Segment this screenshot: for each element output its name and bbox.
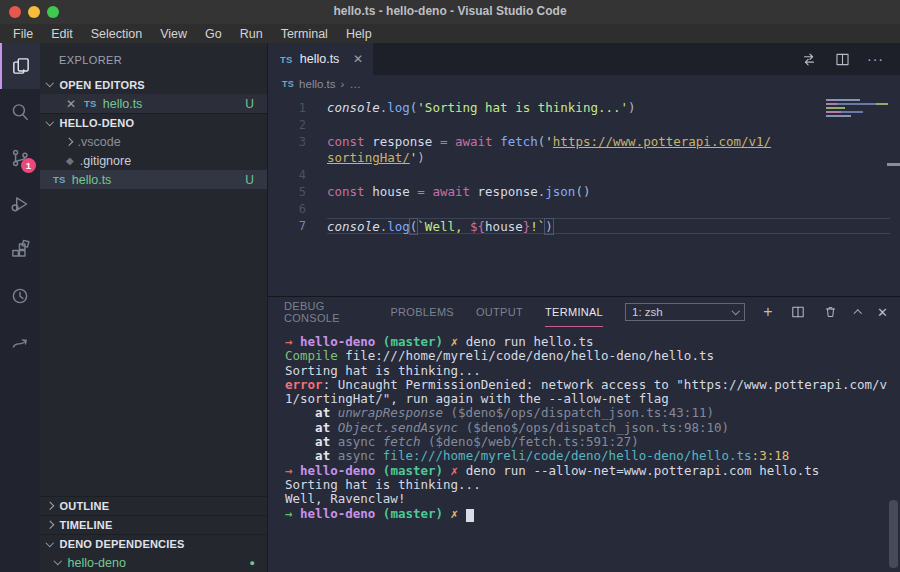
git-untracked-badge: U xyxy=(245,173,267,187)
terminal-shell-select[interactable]: 1: zsh xyxy=(625,303,745,321)
menu-item-edit[interactable]: Edit xyxy=(42,27,82,41)
open-changes-icon[interactable] xyxy=(800,50,818,68)
close-panel-icon[interactable]: ✕ xyxy=(877,305,888,320)
breadcrumb-file[interactable]: hello.ts xyxy=(299,78,335,90)
menu-item-terminal[interactable]: Terminal xyxy=(272,27,337,41)
panel-tab-output[interactable]: OUTPUT xyxy=(476,297,523,327)
kill-terminal-trash-icon[interactable] xyxy=(823,304,838,320)
section-outline[interactable]: OUTLINE xyxy=(40,496,267,515)
panel-tabs: DEBUG CONSOLEPROBLEMSOUTPUTTERMINAL xyxy=(284,297,625,327)
chevron-right-icon xyxy=(46,502,54,510)
search-icon xyxy=(9,101,31,123)
menu-item-help[interactable]: Help xyxy=(337,27,381,41)
code-line: 2 xyxy=(268,117,900,134)
breadcrumb-separator: › xyxy=(341,78,345,90)
bottom-panel: DEBUG CONSOLEPROBLEMSOUTPUTTERMINAL 1: z… xyxy=(268,296,900,572)
panel-tab-terminal[interactable]: TERMINAL xyxy=(545,297,603,327)
close-tab-icon[interactable]: ✕ xyxy=(351,52,365,66)
code-line: 1console.log('Sorting hat is thinking...… xyxy=(268,100,900,117)
terminal-line: → hello-deno (master) ✗ deno run hello.t… xyxy=(285,335,900,349)
activity-bar: 1 xyxy=(0,43,40,572)
menubar: FileEditSelectionViewGoRunTerminalHelp xyxy=(0,24,900,43)
files-icon xyxy=(10,55,32,77)
line-number: 4 xyxy=(268,167,327,184)
tab-hello-ts[interactable]: TS hello.ts ✕ xyxy=(268,43,373,75)
chevron-right-icon xyxy=(65,138,73,146)
panel-tab-debug-console[interactable]: DEBUG CONSOLE xyxy=(284,297,368,327)
activity-extensions[interactable] xyxy=(0,227,40,273)
window-title: hello.ts - hello-deno - Visual Studio Co… xyxy=(0,4,900,18)
terminal-line: at async fetch ($deno$/web/fetch.ts:591:… xyxy=(285,435,900,449)
terminal-scrollbar[interactable] xyxy=(889,500,898,568)
section-timeline[interactable]: TIMELINE xyxy=(40,515,267,534)
chevron-down-icon xyxy=(732,307,740,315)
git-untracked-badge: U xyxy=(245,97,267,111)
line-number: 3 xyxy=(268,134,327,151)
minimap-line xyxy=(826,103,888,105)
more-actions-icon[interactable]: ··· xyxy=(867,51,884,67)
new-terminal-icon[interactable]: + xyxy=(763,304,772,320)
code-line: 6 xyxy=(268,201,900,218)
explorer-sidebar: EXPLORER OPEN EDITORS ✕ TS hello.ts U HE… xyxy=(40,43,268,572)
tree-item-vscode[interactable]: .vscode xyxy=(40,132,267,151)
code-editor[interactable]: 1console.log('Sorting hat is thinking...… xyxy=(268,93,900,296)
chevron-right-icon xyxy=(46,521,54,529)
breadcrumb-symbol[interactable]: … xyxy=(349,78,361,90)
terminal-line: error: Uncaught PermissionDenied: networ… xyxy=(285,378,900,392)
minimap-line xyxy=(826,107,888,109)
close-icon[interactable]: ✕ xyxy=(64,97,78,111)
sidebar-title: EXPLORER xyxy=(40,43,267,75)
scm-badge: 1 xyxy=(21,158,36,173)
section-workspace[interactable]: HELLO-DENO xyxy=(40,113,267,132)
activity-search[interactable] xyxy=(0,89,40,135)
section-open-editors[interactable]: OPEN EDITORS xyxy=(40,75,267,94)
deno-dependency-item[interactable]: hello-deno ● xyxy=(40,553,267,572)
activity-run-debug[interactable] xyxy=(0,181,40,227)
line-number xyxy=(268,150,327,167)
open-editor-item-hello-ts[interactable]: ✕ TS hello.ts U xyxy=(40,94,267,113)
split-terminal-icon[interactable] xyxy=(790,304,806,320)
extensions-icon xyxy=(9,239,31,261)
line-number: 7 xyxy=(268,218,327,235)
panel-tab-problems[interactable]: PROBLEMS xyxy=(390,297,454,327)
minimap[interactable] xyxy=(826,99,888,119)
split-editor-icon[interactable] xyxy=(834,51,851,68)
titlebar: hello.ts - hello-deno - Visual Studio Co… xyxy=(0,0,900,24)
terminal-line: at Object.sendAsync ($deno$/ops/dispatch… xyxy=(285,421,900,435)
ts-file-icon: TS xyxy=(280,54,293,65)
activity-explorer[interactable] xyxy=(0,43,40,89)
menu-item-file[interactable]: File xyxy=(4,27,42,41)
menu-item-run[interactable]: Run xyxy=(231,27,272,41)
activity-remote-wave[interactable] xyxy=(0,319,40,365)
line-number: 2 xyxy=(268,117,327,134)
chevron-down-icon xyxy=(46,118,54,126)
section-deno-dependencies[interactable]: DENO DEPENDENCIES xyxy=(40,534,267,553)
code-line: 7console.log(`Well, ${house}!`) xyxy=(268,218,900,235)
terminal-output[interactable]: → hello-deno (master) ✗ deno run hello.t… xyxy=(268,327,900,572)
green-dot-icon: ● xyxy=(250,558,267,568)
minimap-line xyxy=(826,99,888,101)
breadcrumb: TS hello.ts › … xyxy=(268,75,900,93)
tree-item-hello-ts[interactable]: TS hello.ts U xyxy=(40,170,267,189)
ts-file-icon: TS xyxy=(282,79,294,89)
code-line: 4 xyxy=(268,167,900,184)
maximize-panel-icon[interactable] xyxy=(853,310,861,318)
panel-header: DEBUG CONSOLEPROBLEMSOUTPUTTERMINAL 1: z… xyxy=(268,297,900,327)
activity-source-control[interactable]: 1 xyxy=(0,135,40,181)
activity-clock[interactable] xyxy=(0,273,40,319)
run-debug-icon xyxy=(9,193,31,215)
chevron-down-icon xyxy=(54,557,62,565)
terminal-line: at async file:///home/myreli/code/deno/h… xyxy=(285,449,900,463)
menu-item-view[interactable]: View xyxy=(151,27,196,41)
minimap-line xyxy=(826,111,888,113)
terminal-line: Sorting hat is thinking... xyxy=(285,478,900,492)
menu-item-go[interactable]: Go xyxy=(196,27,231,41)
tab-label: hello.ts xyxy=(300,52,340,66)
scrollbar-mark[interactable] xyxy=(887,163,900,166)
code-line: 3const response = await fetch('https://w… xyxy=(268,134,900,151)
tree-item-gitignore[interactable]: ◆ .gitignore xyxy=(40,151,267,170)
code-line: 5const house = await response.json() xyxy=(268,184,900,201)
menu-item-selection[interactable]: Selection xyxy=(82,27,151,41)
line-number: 5 xyxy=(268,184,327,201)
ts-file-icon: TS xyxy=(84,98,97,109)
